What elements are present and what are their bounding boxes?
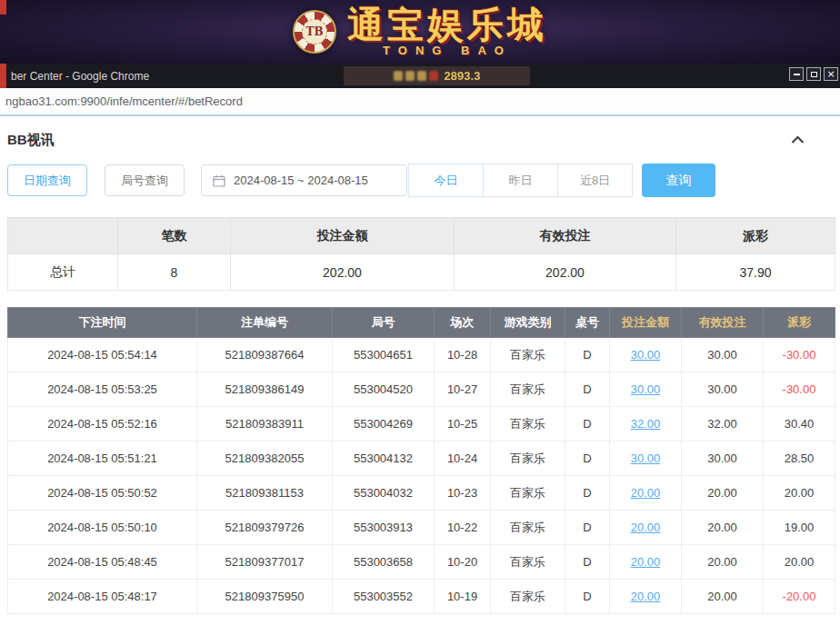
bet-id-cell: 521809386149	[197, 372, 333, 407]
calendar-icon	[213, 174, 225, 187]
table-number-cell: D	[565, 407, 610, 442]
round-query-tab[interactable]: 局号查询	[105, 164, 185, 196]
valid-bet-cell: 20.00	[682, 545, 764, 580]
casino-logo-subtitle: TONG BAO	[347, 44, 547, 57]
address-bar[interactable]: ngbao31.com:9900/infe/mcenter/#/betRecor…	[0, 88, 840, 116]
table-row: 2024-08-15 05:50:52521809381153553004032…	[8, 476, 835, 511]
maximize-button[interactable]	[806, 67, 821, 81]
bet-id-cell: 521809375950	[197, 580, 333, 614]
session-cell: 10-27	[435, 372, 491, 407]
casino-logo: TB 通宝娱乐城 TONG BAO	[293, 6, 547, 57]
window-title: ber Center - Google Chrome	[11, 70, 149, 83]
header-payout: 派彩	[764, 308, 835, 338]
bet-id-cell: 521809382055	[197, 442, 333, 476]
valid-bet-cell: 30.00	[682, 442, 764, 476]
quick-range-group: 今日 昨日 近8日	[409, 164, 633, 197]
valid-bet-cell: 32.00	[682, 407, 764, 442]
casino-logo-title: 通宝娱乐城	[347, 6, 547, 43]
bet-amount-link[interactable]: 20.00	[610, 580, 682, 614]
header-round: 局号	[333, 308, 435, 338]
search-button[interactable]: 查询	[642, 164, 715, 197]
payout-cell: -30.00	[764, 372, 835, 407]
payout-cell: 30.40	[764, 407, 835, 442]
table-number-cell: D	[565, 476, 610, 511]
table-row: 2024-08-15 05:48:45521809377017553003658…	[8, 545, 835, 580]
background-window-edge	[0, 64, 6, 88]
window-titlebar: ber Center - Google Chrome 2893.3 ×	[0, 64, 840, 88]
game-type-cell: 百家乐	[491, 545, 565, 580]
payout-cell: 19.00	[764, 511, 835, 545]
bet-time-cell: 2024-08-15 05:52:16	[8, 407, 197, 442]
tb-chip-icon: TB	[293, 10, 336, 54]
summary-header-row: 笔数 投注金额 有效投注 派彩	[8, 218, 835, 254]
today-button[interactable]: 今日	[408, 164, 484, 197]
date-range-picker[interactable]: 2024-08-15 ~ 2024-08-15	[201, 164, 407, 196]
round-number-cell: 553004520	[333, 372, 435, 407]
round-number-cell: 553003552	[333, 580, 435, 614]
table-number-cell: D	[565, 580, 610, 614]
table-row: 2024-08-15 05:53:25521809386149553004520…	[8, 372, 835, 407]
bet-amount-link[interactable]: 32.00	[610, 407, 682, 442]
table-number-cell: D	[565, 372, 610, 407]
table-number-cell: D	[565, 511, 610, 545]
summary-valid-bet: 202.00	[455, 254, 676, 291]
valid-bet-cell: 20.00	[682, 476, 764, 511]
header-bet-amount: 投注金額	[610, 308, 682, 338]
summary-header-valid-bet: 有效投注	[455, 218, 676, 254]
bet-table-body: 2024-08-15 05:54:14521809387664553004651…	[8, 338, 835, 614]
bet-id-cell: 521809387664	[197, 338, 333, 372]
payout-cell: 20.00	[764, 545, 835, 580]
yesterday-button[interactable]: 昨日	[483, 164, 558, 197]
game-type-cell: 百家乐	[491, 407, 565, 442]
close-button[interactable]: ×	[824, 67, 838, 81]
summary-bet-amount: 202.00	[231, 254, 455, 291]
bet-time-cell: 2024-08-15 05:48:17	[8, 580, 197, 614]
valid-bet-cell: 20.00	[682, 580, 764, 614]
summary-payout: 37.90	[676, 254, 835, 291]
bet-id-cell: 521809381153	[197, 476, 333, 511]
bet-time-cell: 2024-08-15 05:54:14	[8, 338, 197, 372]
bet-amount-link[interactable]: 20.00	[610, 476, 682, 511]
table-number-cell: D	[565, 338, 610, 372]
bet-record-table: 下注时间 注单编号 局号 场次 游戏类别 桌号 投注金額 有效投注 派彩 202…	[7, 307, 835, 614]
game-type-cell: 百家乐	[491, 580, 565, 614]
summary-header-payout: 派彩	[676, 218, 835, 254]
game-type-cell: 百家乐	[491, 372, 565, 407]
casino-banner: TB 通宝娱乐城 TONG BAO	[0, 0, 840, 64]
table-row: 2024-08-15 05:52:16521809383911553004269…	[8, 407, 835, 442]
payout-cell: 28.50	[764, 442, 835, 476]
summary-header-count: 笔数	[118, 218, 231, 254]
round-number-cell: 553004651	[333, 338, 435, 372]
bet-amount-link[interactable]: 30.00	[610, 442, 682, 476]
header-valid-bet: 有效投注	[682, 308, 764, 338]
header-session: 场次	[435, 308, 491, 338]
bet-time-cell: 2024-08-15 05:48:45	[8, 545, 197, 580]
summary-header-bet-amount: 投注金额	[231, 218, 455, 254]
url-text[interactable]: ngbao31.com:9900/infe/mcenter/#/betRecor…	[5, 94, 243, 108]
bet-table-header-row: 下注时间 注单编号 局号 场次 游戏类别 桌号 投注金額 有效投注 派彩	[8, 308, 835, 338]
bet-time-cell: 2024-08-15 05:53:25	[8, 372, 197, 407]
close-icon: ×	[826, 69, 835, 79]
session-cell: 10-19	[435, 580, 491, 614]
bet-amount-link[interactable]: 20.00	[610, 511, 682, 545]
session-cell: 10-28	[435, 338, 491, 372]
bet-id-cell: 521809383911	[197, 407, 333, 442]
session-cell: 10-24	[435, 442, 491, 476]
payout-cell: -30.00	[764, 338, 835, 372]
collapse-section-button[interactable]	[788, 132, 807, 149]
last-8-days-button[interactable]: 近8日	[557, 164, 633, 197]
summary-total-row: 总计 8 202.00 202.00 37.90	[8, 254, 835, 291]
bet-amount-link[interactable]: 20.00	[610, 545, 682, 580]
round-number-cell: 553004132	[333, 442, 435, 476]
bet-amount-link[interactable]: 30.00	[610, 338, 682, 372]
round-number-cell: 553004032	[333, 476, 435, 511]
bet-time-cell: 2024-08-15 05:50:52	[8, 476, 197, 511]
session-cell: 10-20	[435, 545, 491, 580]
game-type-cell: 百家乐	[491, 442, 565, 476]
balance-value: 2893.3	[445, 69, 481, 83]
date-query-tab[interactable]: 日期查询	[7, 164, 87, 196]
bet-amount-link[interactable]: 30.00	[610, 372, 682, 407]
minimize-button[interactable]	[789, 67, 804, 81]
round-number-cell: 553004269	[333, 407, 435, 442]
date-range-value: 2024-08-15 ~ 2024-08-15	[234, 174, 368, 187]
